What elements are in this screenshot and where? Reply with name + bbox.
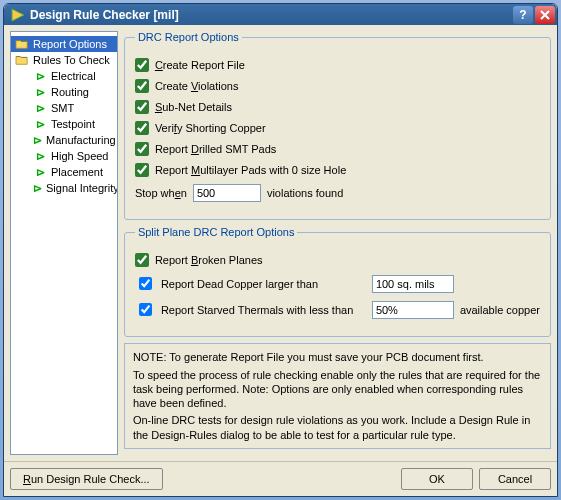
tree-item-label: Rules To Check [33,54,110,66]
drc-report-options-group: DRC Report Options Create Report File Cr… [124,31,551,220]
tree-item-label: Testpoint [51,118,95,130]
tree-item-label: Routing [51,86,89,98]
dead-copper-row: Report Dead Copper larger than [135,274,540,293]
create-violations-checkbox[interactable] [135,79,149,93]
tree-item-manufacturing[interactable]: ⊳Manufacturing [11,132,117,148]
check-label: Report Broken Planes [155,254,263,266]
folder-icon [15,53,29,67]
dead-copper-input[interactable] [372,275,454,293]
note-line: On-line DRC tests for design rule violat… [133,413,542,442]
check-label: Report Multilayer Pads with 0 size Hole [155,164,346,176]
starved-thermals-label: Report Starved Thermals with less than [161,304,366,316]
split-plane-group: Split Plane DRC Report Options Report Br… [124,226,551,337]
client-area: Report OptionsRules To Check⊳Electrical⊳… [4,25,557,461]
stop-when-label: Stop when [135,187,187,199]
tree-item-smt[interactable]: ⊳SMT [11,100,117,116]
ok-button[interactable]: OK [401,468,473,490]
report-starved-thermals-checkbox[interactable] [139,303,152,316]
subnet-details-checkbox[interactable] [135,100,149,114]
tree-item-placement[interactable]: ⊳Placement [11,164,117,180]
cancel-button[interactable]: Cancel [479,468,551,490]
tree-item-label: High Speed [51,150,109,162]
report-drilled-smt-check[interactable]: Report Drilled SMT Pads [135,142,540,156]
dead-copper-label: Report Dead Copper larger than [161,278,366,290]
verify-shorting-copper-checkbox[interactable] [135,121,149,135]
check-label: Sub-Net Details [155,101,232,113]
starved-thermals-row: Report Starved Thermals with less than a… [135,300,540,319]
report-broken-planes-check[interactable]: Report Broken Planes [135,253,540,267]
category-tree[interactable]: Report OptionsRules To Check⊳Electrical⊳… [10,31,118,455]
create-report-file-check[interactable]: Create Report File [135,58,540,72]
close-button[interactable] [535,6,555,24]
tree-item-label: SMT [51,102,74,114]
rule-icon: ⊳ [33,133,42,147]
tree-item-routing[interactable]: ⊳Routing [11,84,117,100]
note-line: NOTE: To generate Report File you must s… [133,350,542,364]
verify-shorting-copper-check[interactable]: Verify Shorting Copper [135,121,540,135]
check-label: Verify Shorting Copper [155,122,266,134]
report-drilled-smt-checkbox[interactable] [135,142,149,156]
note-panel: NOTE: To generate Report File you must s… [124,343,551,449]
tree-item-electrical[interactable]: ⊳Electrical [11,68,117,84]
stop-when-input[interactable] [193,184,261,202]
create-report-file-checkbox[interactable] [135,58,149,72]
tree-item-high-speed[interactable]: ⊳High Speed [11,148,117,164]
report-multilayer-checkbox[interactable] [135,163,149,177]
rule-icon: ⊳ [33,165,47,179]
options-pane: DRC Report Options Create Report File Cr… [124,31,551,455]
note-line: To speed the process of rule checking en… [133,368,542,411]
starved-thermals-input[interactable] [372,301,454,319]
svg-marker-0 [12,9,24,21]
tree-item-testpoint[interactable]: ⊳Testpoint [11,116,117,132]
dialog-button-bar: Run Design Rule Check... OK Cancel [4,461,557,496]
app-icon [10,7,26,23]
tree-item-label: Electrical [51,70,96,82]
tree-item-label: Manufacturing [46,134,116,146]
group-legend: Split Plane DRC Report Options [135,226,298,238]
stop-when-suffix: violations found [267,187,343,199]
window-title: Design Rule Checker [mil] [30,8,511,22]
tree-item-label: Placement [51,166,103,178]
group-legend: DRC Report Options [135,31,242,43]
dialog-window: Design Rule Checker [mil] ? Report Optio… [3,3,558,497]
report-dead-copper-checkbox[interactable] [139,277,152,290]
stop-when-row: Stop when violations found [135,184,540,202]
starved-thermals-suffix: available copper [460,304,540,316]
rule-icon: ⊳ [33,181,42,195]
report-multilayer-check[interactable]: Report Multilayer Pads with 0 size Hole [135,163,540,177]
tree-item-report-options[interactable]: Report Options [11,36,117,52]
tree-item-label: Signal Integrity [46,182,118,194]
report-broken-planes-checkbox[interactable] [135,253,149,267]
tree-item-signal-integrity[interactable]: ⊳Signal Integrity [11,180,117,196]
create-violations-check[interactable]: Create Violations [135,79,540,93]
titlebar[interactable]: Design Rule Checker [mil] ? [4,4,557,25]
check-label: Create Violations [155,80,239,92]
tree-item-rules-to-check[interactable]: Rules To Check [11,52,117,68]
check-label: Report Drilled SMT Pads [155,143,276,155]
folder-icon [15,37,29,51]
tree-item-label: Report Options [33,38,107,50]
help-button[interactable]: ? [513,6,533,24]
subnet-details-check[interactable]: Sub-Net Details [135,100,540,114]
rule-icon: ⊳ [33,85,47,99]
rule-icon: ⊳ [33,117,47,131]
check-label: Create Report File [155,59,245,71]
rule-icon: ⊳ [33,149,47,163]
rule-icon: ⊳ [33,69,47,83]
rule-icon: ⊳ [33,101,47,115]
run-drc-button[interactable]: Run Design Rule Check... [10,468,163,490]
